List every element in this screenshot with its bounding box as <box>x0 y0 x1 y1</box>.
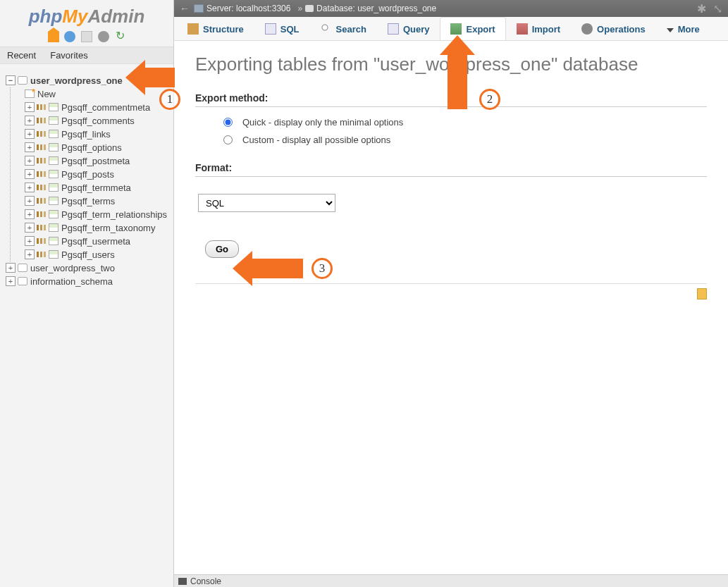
tab-structure[interactable]: Structure <box>177 17 254 40</box>
phpmyadmin-logo[interactable]: phpMyAdmin <box>0 0 173 27</box>
doc-icon[interactable] <box>81 31 92 42</box>
database-icon <box>18 76 27 85</box>
breadcrumb-server[interactable]: Server: localhost:3306 <box>194 4 290 13</box>
globe-icon[interactable] <box>64 31 75 42</box>
tree-table[interactable]: +Pgsqff_posts <box>11 168 172 181</box>
breadcrumb: ← Server: localhost:3306 » Database: use… <box>174 0 728 17</box>
columns-icon[interactable] <box>37 116 47 125</box>
tree-table[interactable]: +Pgsqff_term_relationships <box>11 208 172 221</box>
tree-table[interactable]: +Pgsqff_termmeta <box>11 181 172 194</box>
tree-table[interactable]: +Pgsqff_comments <box>11 114 172 128</box>
settings-gear-icon[interactable]: ✱ <box>697 2 706 16</box>
annotation-circle-3: 3 <box>311 258 333 279</box>
columns-icon[interactable] <box>37 103 47 111</box>
sidebar: phpMyAdmin ↻ Recent Favorites − user_wor… <box>0 0 174 587</box>
back-arrow-icon[interactable]: ← <box>180 3 190 14</box>
database-icon <box>18 277 27 285</box>
bookmark-icon[interactable] <box>697 288 707 299</box>
expand-icon[interactable]: + <box>25 196 35 206</box>
console-bar[interactable]: Console <box>174 574 728 587</box>
expand-icon[interactable]: + <box>25 129 35 139</box>
table-icon <box>49 143 58 152</box>
console-label: Console <box>190 576 221 586</box>
radio-custom[interactable]: Custom - display all possible options <box>223 135 707 145</box>
table-icon <box>49 130 58 138</box>
tree-table[interactable]: +Pgsqff_term_taxonomy <box>11 221 172 235</box>
columns-icon[interactable] <box>37 210 47 218</box>
expand-icon[interactable]: + <box>6 263 16 273</box>
collapse-panel-icon[interactable]: ⤡ <box>713 2 722 16</box>
search-icon <box>321 23 332 35</box>
tab-operations[interactable]: Operations <box>571 17 656 40</box>
chevron-down-icon <box>667 28 674 32</box>
expand-icon[interactable]: + <box>25 116 35 125</box>
structure-icon <box>187 23 199 35</box>
tree-table[interactable]: +Pgsqff_terms <box>11 194 172 208</box>
query-icon <box>388 23 399 35</box>
columns-icon[interactable] <box>37 156 47 165</box>
format-label: Format: <box>195 162 707 173</box>
radio-quick[interactable]: Quick - display only the minimal options <box>223 117 707 128</box>
breadcrumb-sep: » <box>297 4 302 13</box>
expand-icon[interactable]: + <box>25 183 35 192</box>
expand-icon[interactable]: + <box>25 169 35 179</box>
tree-new-table[interactable]: New <box>11 87 172 101</box>
breadcrumb-database[interactable]: Database: user_wordpress_one <box>305 4 436 13</box>
operations-icon <box>581 23 593 35</box>
divider <box>195 283 707 284</box>
logo-admin: Admin <box>87 6 144 27</box>
collapse-icon[interactable]: − <box>6 75 16 85</box>
expand-icon[interactable]: + <box>25 142 35 152</box>
expand-icon[interactable]: + <box>25 156 35 166</box>
expand-icon[interactable]: + <box>25 209 35 219</box>
tab-import[interactable]: Import <box>506 17 571 40</box>
table-icon <box>49 223 58 232</box>
gear-icon[interactable] <box>98 31 109 42</box>
columns-icon[interactable] <box>37 250 47 259</box>
tree-db-other[interactable]: + user_wordpress_two <box>6 261 172 275</box>
expand-icon[interactable]: + <box>6 276 16 286</box>
annotation-arrow-3 <box>247 259 303 278</box>
home-icon[interactable] <box>48 31 59 42</box>
columns-icon[interactable] <box>37 223 47 232</box>
expand-icon[interactable]: + <box>25 102 35 112</box>
tab-sql[interactable]: SQL <box>254 17 310 40</box>
new-table-icon <box>25 89 35 98</box>
tab-more[interactable]: More <box>656 17 710 40</box>
expand-icon[interactable]: + <box>25 236 35 246</box>
columns-icon[interactable] <box>37 170 47 178</box>
columns-icon[interactable] <box>37 130 47 138</box>
tree-table[interactable]: +Pgsqff_usermeta <box>11 235 172 248</box>
columns-icon[interactable] <box>37 183 47 192</box>
tree-table[interactable]: +Pgsqff_commentmeta <box>11 101 172 114</box>
columns-icon[interactable] <box>37 237 47 245</box>
tree-table[interactable]: +Pgsqff_postmeta <box>11 154 172 168</box>
tree-db-other[interactable]: + information_schema <box>6 275 172 288</box>
radio-custom-input[interactable] <box>223 135 233 144</box>
table-icon <box>49 103 58 111</box>
radio-quick-input[interactable] <box>223 118 233 127</box>
tab-favorites[interactable]: Favorites <box>43 47 94 63</box>
database-icon <box>18 264 27 272</box>
db-name: user_wordpress_one <box>30 75 123 86</box>
tree-table[interactable]: +Pgsqff_options <box>11 141 172 154</box>
columns-icon[interactable] <box>37 143 47 152</box>
refresh-icon[interactable]: ↻ <box>114 31 125 42</box>
table-icon <box>49 156 58 165</box>
sql-icon <box>265 23 276 35</box>
columns-icon[interactable] <box>37 197 47 205</box>
format-select[interactable]: SQL <box>198 194 335 212</box>
breadcrumb-right: ✱ ⤡ <box>697 2 722 16</box>
export-icon <box>450 23 462 35</box>
tab-recent[interactable]: Recent <box>0 47 43 63</box>
database-icon <box>305 5 314 12</box>
export-method-options: Quick - display only the minimal options… <box>195 117 707 145</box>
tab-search[interactable]: Search <box>310 17 377 40</box>
table-icon <box>49 250 58 259</box>
tree-table[interactable]: +Pgsqff_users <box>11 248 172 261</box>
tab-query[interactable]: Query <box>377 17 440 40</box>
expand-icon[interactable]: + <box>25 223 35 233</box>
table-icon <box>49 197 58 205</box>
expand-icon[interactable]: + <box>25 249 35 259</box>
tree-table[interactable]: +Pgsqff_links <box>11 128 172 141</box>
